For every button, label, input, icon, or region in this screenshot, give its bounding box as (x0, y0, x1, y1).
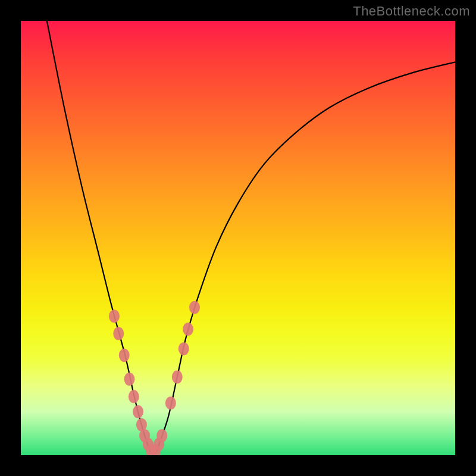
plot-area (21, 21, 455, 455)
marker-dot (109, 309, 120, 322)
chart-svg (21, 21, 455, 455)
marker-dot (183, 322, 193, 336)
chart-frame: TheBottleneck.com (0, 0, 476, 476)
marker-dot (172, 371, 183, 384)
marker-group (109, 301, 200, 455)
watermark-text: TheBottleneck.com (353, 4, 470, 19)
marker-dot (189, 301, 200, 314)
marker-dot (133, 405, 143, 418)
marker-dot (165, 396, 176, 409)
marker-dot (129, 390, 139, 403)
marker-dot (156, 429, 167, 442)
marker-dot (113, 327, 124, 340)
marker-dot (124, 372, 135, 386)
marker-dot (178, 342, 189, 355)
marker-dot (119, 349, 130, 362)
bottleneck-curve-path (47, 21, 455, 455)
